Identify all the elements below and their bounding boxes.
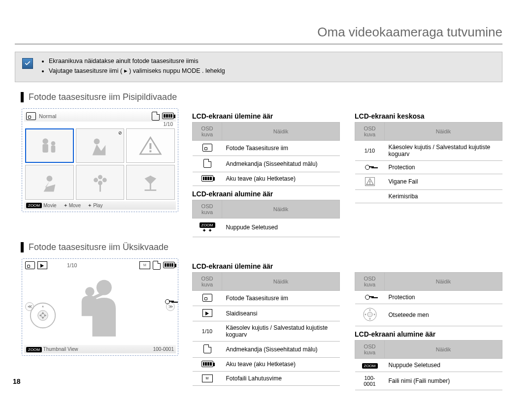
legend-table-bottom2: OSD kuvaNäidik ZOOMNuppude Seletused 100… — [355, 340, 502, 390]
svg-rect-14 — [369, 183, 370, 184]
svg-point-8 — [98, 175, 102, 180]
slideshow-icon — [202, 309, 212, 317]
svg-rect-1 — [42, 144, 48, 153]
svg-point-0 — [42, 139, 48, 145]
thumbnail-invalid[interactable] — [126, 128, 175, 163]
protection-icon — [165, 298, 175, 305]
legend-table-top: OSD kuvaNäidik Fotode Taasesitusre iim A… — [192, 122, 340, 186]
shortcut-ring-icon[interactable] — [29, 302, 57, 329]
thumbnail[interactable]: ⊘ — [76, 128, 125, 163]
warning-icon — [365, 177, 375, 186]
key-icon — [365, 164, 375, 170]
svg-point-15 — [97, 280, 112, 295]
subhead-center: LCD-ekraani keskosa — [355, 112, 502, 120]
svg-point-4 — [94, 138, 100, 144]
svg-rect-12 — [100, 185, 101, 192]
svg-rect-3 — [51, 146, 55, 153]
resolution-icon: M — [202, 375, 213, 382]
section-title-thumbnail: Fotode taasesitusre iim Pisipildivaade — [21, 92, 502, 102]
image-counter: 1/10 — [24, 122, 176, 127]
svg-point-21 — [367, 312, 372, 317]
subhead-top2: LCD-ekraani ülemine äär — [192, 262, 340, 270]
svg-point-9 — [94, 178, 98, 183]
page-title: Oma videokaameraga tutvumine — [15, 25, 502, 44]
button-guide-bar: ZOOMMovie ✦ Move ✦ Play — [24, 201, 176, 210]
subhead-bottom: LCD-ekraani alumine äär — [192, 190, 340, 198]
battery-icon — [162, 113, 174, 119]
svg-point-16 — [85, 287, 95, 296]
svg-point-2 — [51, 141, 55, 146]
checkbox-icon — [22, 58, 33, 69]
lcd-thumbnail-mock: Normal 1/10 ⊘ ZOOMMovie ✦ Move — [22, 108, 178, 212]
legend-table-bottom: OSD kuvaNäidik ZOOM ✦ ✦Nuppude Seletused — [192, 200, 340, 237]
svg-rect-13 — [369, 181, 370, 183]
section-title-single: Fotode taasesitusre iim Üksikvaade — [21, 242, 502, 252]
subhead-top: LCD-ekraani ülemine äär — [192, 112, 340, 120]
lcd-single-mock: 1/10 M ≪ ≫ ZOOM Thumbnail View 100-0001 — [22, 258, 178, 356]
subhead-bottom2: LCD-ekraani alumine äär — [355, 330, 502, 338]
legend-table-right-top: OSD kuvaNäidik Protection Otseteede men — [355, 272, 502, 326]
normal-label: Normal — [39, 113, 56, 119]
photo-mode-icon — [26, 112, 36, 120]
svg-rect-5 — [150, 143, 152, 149]
svg-point-7 — [46, 176, 52, 182]
svg-point-10 — [102, 178, 106, 183]
page-number: 18 — [13, 377, 21, 385]
shortcut-ring-icon — [363, 307, 377, 322]
thumbnail[interactable] — [126, 165, 175, 199]
file-number: 100-0001 — [153, 346, 174, 352]
thumbnail[interactable] — [76, 165, 125, 199]
legend-table-center: OSD kuvaNäidik 1/10Käesolev kujutis / Sa… — [355, 122, 502, 203]
info-box: Ekraanikuva näidatakse ainult fotode taa… — [15, 52, 502, 82]
thumbnail[interactable] — [25, 165, 74, 199]
info-bullet: Vajutage taasesitusre iimi ( ▸ ) valimis… — [49, 67, 225, 75]
svg-rect-6 — [150, 150, 152, 152]
info-bullet: Ekraanikuva näidatakse ainult fotode taa… — [49, 57, 225, 65]
card-icon — [152, 112, 160, 121]
legend-table-top2: OSD kuvaNäidik Fotode Taasesitusre iim S… — [192, 272, 340, 386]
thumbnail[interactable] — [25, 128, 74, 163]
